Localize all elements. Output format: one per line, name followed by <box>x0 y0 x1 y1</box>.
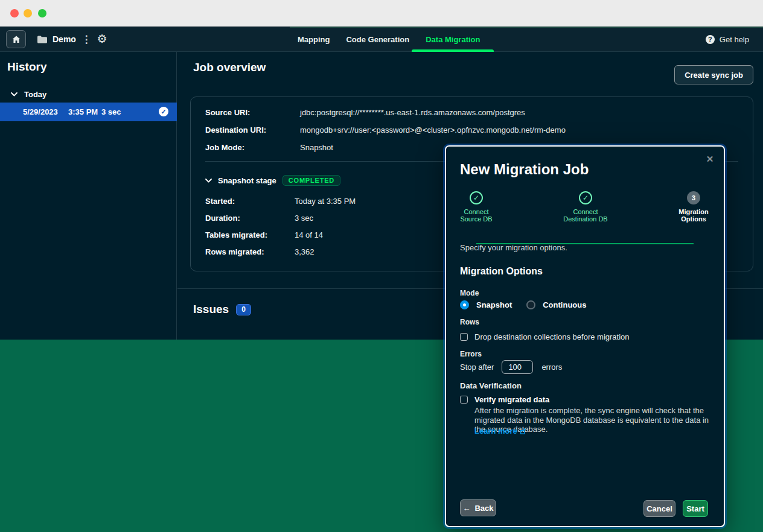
home-button[interactable] <box>6 30 26 48</box>
history-row-selected[interactable]: 5/29/2023 3:35 PM 3 sec ✓ <box>0 103 177 121</box>
history-group-today[interactable]: Today <box>11 88 46 100</box>
migration-options-title: Migration Options <box>460 266 543 277</box>
window-titlebar <box>0 0 763 27</box>
back-button[interactable]: ← Back <box>460 499 496 516</box>
verify-data-option: Verify migrated data <box>460 395 549 404</box>
new-migration-job-modal: ✕ New Migration Job ✓ Connect Source DB … <box>445 145 725 527</box>
tab-mapping[interactable]: Mapping <box>298 27 330 52</box>
get-help-label: Get help <box>720 35 749 44</box>
tab-code-generation[interactable]: Code Generation <box>346 27 409 52</box>
completed-badge: COMPLETED <box>283 175 340 186</box>
data-verification-label: Data Verification <box>460 381 522 390</box>
verify-data-label: Verify migrated data <box>474 395 549 404</box>
mode-label: Mode <box>460 289 479 297</box>
step-label: Connect Destination DB <box>552 208 619 223</box>
job-mode-value: Snapshot <box>300 143 333 152</box>
help-icon: ? <box>706 35 715 44</box>
history-row-time: 3:35 PM <box>68 107 98 116</box>
source-uri-value: jdbc:postgresql://********.us-east-1.rds… <box>300 108 525 117</box>
history-group-label: Today <box>24 90 46 99</box>
main-tabs: Mapping Code Generation Data Migration <box>298 27 480 52</box>
window-close-button[interactable] <box>10 9 19 17</box>
history-row-date: 5/29/2023 <box>23 107 58 116</box>
stat-value: Today at 3:35 PM <box>295 197 356 206</box>
settings-gear-icon[interactable]: ⚙ <box>95 30 109 48</box>
radio-continuous[interactable] <box>526 300 535 309</box>
verify-data-checkbox[interactable] <box>460 396 468 404</box>
page-title: Job overview <box>193 61 266 74</box>
get-help-button[interactable]: ? Get help <box>706 27 749 52</box>
step-migration-options[interactable]: 3 Migration Options <box>660 191 727 223</box>
learn-more-label: Learn more <box>474 426 517 435</box>
cancel-button[interactable]: Cancel <box>643 500 675 517</box>
check-circle-icon: ✓ <box>159 107 168 116</box>
wizard-stepper: ✓ Connect Source DB ✓ Connect Destinatio… <box>446 191 724 227</box>
radio-snapshot[interactable] <box>460 300 469 309</box>
rows-label: Rows <box>460 318 479 326</box>
drop-collections-option: Drop destination collections before migr… <box>460 332 630 341</box>
history-row-duration: 3 sec <box>101 107 121 116</box>
arrow-left-icon: ← <box>462 504 470 513</box>
stat-value: 3,362 <box>295 247 314 256</box>
snapshot-stage-label: Snapshot stage <box>218 176 276 185</box>
issues-title: Issues <box>193 303 229 316</box>
job-mode-label: Job Mode: <box>205 143 244 152</box>
start-button[interactable]: Start <box>683 500 708 517</box>
step-check-icon: ✓ <box>579 191 592 204</box>
close-icon[interactable]: ✕ <box>704 154 715 165</box>
step-connect-source-db[interactable]: ✓ Connect Source DB <box>443 191 509 223</box>
window-minimize-button[interactable] <box>24 9 32 17</box>
folder-icon <box>37 36 47 43</box>
stop-after-prefix: Stop after <box>460 363 494 372</box>
step-number: 3 <box>687 191 700 204</box>
drop-collections-label: Drop destination collections before migr… <box>474 332 630 341</box>
stat-label: Started: <box>205 197 235 206</box>
errors-label: Errors <box>460 350 482 358</box>
stop-after-suffix: errors <box>541 363 562 372</box>
stat-label: Rows migrated: <box>205 247 264 256</box>
history-sidebar: History Today 5/29/2023 3:35 PM 3 sec ✓ <box>0 52 177 340</box>
destination-uri-row: Destination URI: mongodb+srv://user:<pas… <box>205 125 738 135</box>
radio-snapshot-label: Snapshot <box>476 300 512 309</box>
modal-title: New Migration Job <box>460 161 589 178</box>
chevron-down-icon <box>11 92 18 97</box>
snapshot-stage-toggle[interactable]: Snapshot stage COMPLETED <box>205 174 340 186</box>
app-toolbar: Demo ⋮ ⚙ Mapping Code Generation Data Mi… <box>0 27 763 52</box>
drop-collections-checkbox[interactable] <box>460 333 468 341</box>
step-label: Connect Source DB <box>443 208 509 223</box>
window-zoom-button[interactable] <box>38 9 46 17</box>
step-check-icon: ✓ <box>470 191 483 204</box>
destination-uri-value: mongodb+srv://user:<password>@<cluster>.… <box>300 125 566 135</box>
source-uri-row: Source URI: jdbc:postgresql://********.u… <box>205 108 738 118</box>
project-menu[interactable]: Demo <box>37 30 76 48</box>
destination-uri-label: Destination URI: <box>205 125 266 135</box>
radio-continuous-label: Continuous <box>543 300 586 309</box>
kebab-menu-icon[interactable]: ⋮ <box>82 30 91 48</box>
create-sync-job-button[interactable]: Create sync job <box>674 65 753 84</box>
stat-value: 3 sec <box>295 214 313 223</box>
stop-after-row: Stop after errors <box>460 359 562 374</box>
stat-value: 14 of 14 <box>295 230 323 239</box>
home-icon <box>12 36 21 43</box>
learn-more-link[interactable]: Learn more <box>474 426 526 435</box>
tab-data-migration[interactable]: Data Migration <box>426 27 480 52</box>
history-title: History <box>7 60 46 74</box>
error-threshold-input[interactable] <box>502 360 533 374</box>
mode-radio-group: Snapshot Continuous <box>460 300 601 310</box>
issues-section-header: Issues 0 <box>193 303 251 316</box>
modal-description: Specify your migration options. <box>460 243 567 252</box>
step-label: Migration Options <box>660 208 727 223</box>
source-uri-label: Source URI: <box>205 108 250 117</box>
stat-label: Duration: <box>205 214 240 223</box>
issues-count-badge: 0 <box>236 304 251 315</box>
step-connect-destination-db[interactable]: ✓ Connect Destination DB <box>552 191 619 223</box>
external-link-icon <box>520 428 526 434</box>
project-name: Demo <box>53 34 76 44</box>
back-button-label: Back <box>474 504 493 513</box>
chevron-down-icon <box>205 179 212 183</box>
stat-label: Tables migrated: <box>205 230 267 239</box>
